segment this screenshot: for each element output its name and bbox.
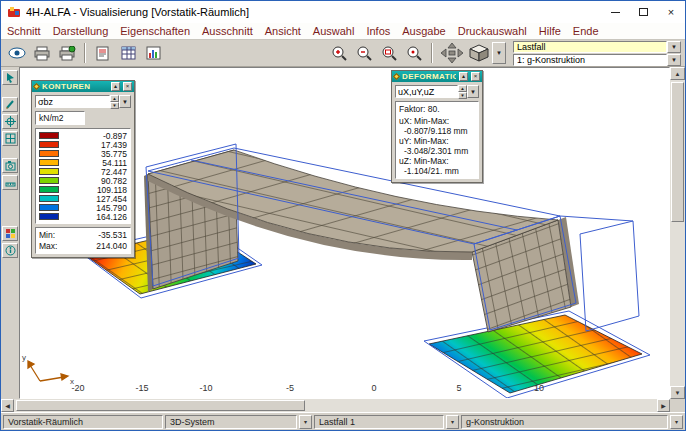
- spin-down-button[interactable]: ▼: [110, 102, 119, 109]
- title-bar[interactable]: 4H-ALFA - Visualisierung [Vorstatik-Räum…: [1, 1, 685, 23]
- menu-item-darstellung[interactable]: Darstellung: [47, 25, 115, 37]
- pointer-tool-button[interactable]: [2, 70, 18, 85]
- panel-close-button[interactable]: ×: [123, 82, 132, 91]
- menu-item-ausgabe[interactable]: Ausgabe: [396, 25, 451, 37]
- spin-down-button[interactable]: ▼: [458, 92, 467, 99]
- spin-up-button[interactable]: ▲: [458, 85, 467, 92]
- konturen-minmax: Min: -35.531 Max: 214.040: [35, 227, 131, 254]
- panel-collapse-button[interactable]: ▴: [111, 82, 120, 91]
- loadcase-field[interactable]: 1: g-Konstruktion: [513, 54, 667, 66]
- scroll-up-button[interactable]: ▲: [670, 67, 685, 80]
- horizontal-scroll-thumb[interactable]: [16, 400, 305, 411]
- status-load-selector-button[interactable]: ▾: [670, 415, 683, 429]
- deformation-component-field[interactable]: uX,uY,uZ: [395, 85, 458, 98]
- horizontal-scrollbar-row: ◀ ▶: [1, 399, 685, 412]
- toolbar-separator: [431, 43, 433, 63]
- zoom-in-button[interactable]: [327, 42, 351, 64]
- main-area: y x -20 -15 -10 -5 0 5 10 KONTUREN ▴ ×: [1, 67, 685, 399]
- deformation-dropdown-button[interactable]: ▼: [467, 85, 479, 98]
- ux-value: -0.807/9.118 mm: [399, 126, 475, 136]
- uz-value: -1.104/21. mm: [399, 166, 475, 176]
- menu-item-auswahl[interactable]: Auswahl: [307, 25, 361, 37]
- pencil-tool-button[interactable]: [2, 97, 18, 112]
- status-loadcase-selector-button[interactable]: ▾: [446, 415, 459, 429]
- view-button[interactable]: [5, 42, 29, 64]
- minimize-button[interactable]: [601, 1, 629, 23]
- status-field-loadcase: Lastfall 1: [314, 415, 444, 429]
- view-cube-dropdown-icon: ▼: [496, 50, 502, 56]
- panel-collapse-button[interactable]: ▴: [459, 72, 468, 81]
- deformation-panel-titlebar[interactable]: DEFORMATION ▴ ×: [392, 71, 482, 82]
- zoom-window-button[interactable]: [377, 42, 401, 64]
- menu-item-ende[interactable]: Ende: [567, 25, 605, 37]
- horizontal-scroll-track[interactable]: [14, 399, 657, 412]
- legend-row: 164.126: [39, 212, 127, 221]
- palette-tool-icon: [5, 228, 16, 239]
- vertical-scroll-track[interactable]: [670, 80, 685, 386]
- close-button[interactable]: ×: [657, 1, 685, 23]
- spin-up-button[interactable]: ▲: [110, 95, 119, 102]
- legend-swatch: [39, 159, 59, 166]
- scrollbar-corner: [670, 399, 685, 412]
- max-row: Max: 214.040: [39, 241, 127, 251]
- menu-item-hilfe[interactable]: Hilfe: [533, 25, 567, 37]
- status-system-selector-button[interactable]: ▾: [299, 415, 312, 429]
- printer-options-icon: [58, 46, 76, 61]
- menu-item-eigenschaften[interactable]: Eigenschaften: [114, 25, 196, 37]
- pointer-tool-icon: [5, 72, 16, 83]
- legend-value: 164.126: [63, 212, 127, 222]
- view-cube-dropdown-button[interactable]: ▼: [492, 42, 506, 64]
- vertical-scroll-thumb[interactable]: [671, 82, 684, 222]
- crosshair-tool-button[interactable]: [2, 114, 18, 129]
- loadcase-dropdown-button[interactable]: ▼: [667, 54, 681, 66]
- view-cube-icon: [469, 44, 489, 62]
- table-button[interactable]: [116, 42, 140, 64]
- report-button[interactable]: [91, 42, 115, 64]
- panel-close-button[interactable]: ×: [471, 72, 480, 81]
- lastfall-field[interactable]: Lastfall: [513, 41, 667, 53]
- chart-icon: [146, 46, 161, 60]
- app-window: 4H-ALFA - Visualisierung [Vorstatik-Räum…: [0, 0, 686, 431]
- palette-tool-button[interactable]: [2, 226, 18, 241]
- menu-item-druckauswahl[interactable]: Druckauswahl: [452, 25, 533, 37]
- ux-label: uX: Min-Max:: [399, 116, 475, 126]
- legend-swatch: [39, 168, 59, 175]
- uy-label: uY: Min-Max:: [399, 136, 475, 146]
- menu-item-infos[interactable]: Infos: [360, 25, 396, 37]
- zoom-out-icon: [356, 45, 372, 61]
- deformation-panel-title: DEFORMATION: [402, 72, 456, 81]
- loadcase-combo: 1: g-Konstruktion ▼: [513, 54, 681, 66]
- pan-button[interactable]: [438, 42, 466, 64]
- konturen-unit: kN/m2: [35, 111, 85, 125]
- konturen-dropdown-button[interactable]: ▼: [119, 95, 131, 108]
- snapshot-tool-button[interactable]: [2, 158, 18, 173]
- menu-item-schnitt[interactable]: Schnitt: [1, 25, 47, 37]
- uz-label: uZ: Min-Max:: [399, 156, 475, 166]
- maximize-button[interactable]: [629, 1, 657, 23]
- menu-item-ansicht[interactable]: Ansicht: [259, 25, 307, 37]
- print-button[interactable]: [30, 42, 54, 64]
- view-cube-button[interactable]: [467, 42, 491, 64]
- chart-button[interactable]: [141, 42, 165, 64]
- konturen-panel-titlebar[interactable]: KONTUREN ▴ ×: [32, 81, 134, 92]
- scroll-down-button[interactable]: ▼: [670, 386, 685, 399]
- measure-tool-button[interactable]: [2, 175, 18, 190]
- crosshair-tool-icon: [5, 116, 16, 127]
- lastfall-combo: Lastfall ▼: [513, 41, 681, 53]
- konturen-quantity-field[interactable]: σbz: [35, 95, 110, 108]
- grid-tool-button[interactable]: [2, 131, 18, 146]
- min-row: Min: -35.531: [39, 230, 127, 240]
- print-options-button[interactable]: [55, 42, 79, 64]
- zoom-fit-button[interactable]: [402, 42, 426, 64]
- eye-icon: [8, 46, 26, 60]
- legend-swatch: [39, 204, 59, 211]
- scroll-right-button[interactable]: ▶: [657, 399, 670, 412]
- info-tool-button[interactable]: [2, 243, 18, 258]
- legend-swatch: [39, 195, 59, 202]
- pan-pad-icon: [439, 42, 465, 64]
- legend-swatch: [39, 150, 59, 157]
- menu-item-ausschnitt[interactable]: Ausschnitt: [196, 25, 259, 37]
- scroll-left-button[interactable]: ◀: [1, 399, 14, 412]
- zoom-out-button[interactable]: [352, 42, 376, 64]
- lastfall-dropdown-button[interactable]: ▼: [667, 41, 681, 53]
